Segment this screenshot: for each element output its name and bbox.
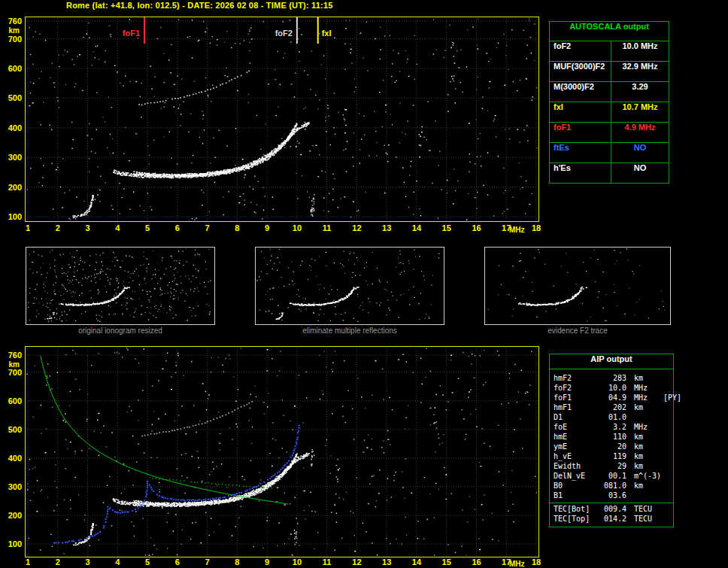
aip-label: TEC[Top] bbox=[554, 515, 600, 524]
svg-text:760: 760 bbox=[8, 351, 22, 360]
thumbnail-filtered bbox=[255, 247, 444, 325]
aip-extra bbox=[662, 491, 669, 501]
svg-text:700: 700 bbox=[8, 368, 22, 377]
aip-unit: km bbox=[629, 433, 662, 442]
aip-extra bbox=[662, 472, 669, 481]
aip-unit: km bbox=[629, 403, 662, 413]
aip-val: 20 bbox=[600, 442, 629, 452]
svg-text:700: 700 bbox=[8, 35, 22, 44]
aip-val: 04.9 bbox=[600, 393, 629, 403]
svg-text:3: 3 bbox=[85, 557, 89, 566]
svg-text:9: 9 bbox=[265, 557, 269, 566]
aip-val: 10.0 bbox=[600, 384, 629, 393]
svg-text:400: 400 bbox=[8, 454, 22, 463]
aip-row-foF2: foF210.0MHz bbox=[550, 384, 673, 393]
svg-text:7: 7 bbox=[205, 557, 210, 566]
svg-text:200: 200 bbox=[8, 511, 22, 520]
aip-label: Ewidth bbox=[554, 462, 600, 472]
aip-val: 03.6 bbox=[600, 491, 629, 501]
aip-row-foF1: foF104.9MHz[PY] bbox=[550, 393, 673, 403]
svg-text:11: 11 bbox=[323, 223, 332, 232]
svg-text:6: 6 bbox=[175, 223, 180, 232]
autoscala-row-label: M(3000)F2 bbox=[550, 82, 611, 102]
aip-unit: km bbox=[629, 452, 662, 462]
aip-val: 00.1 bbox=[600, 472, 629, 481]
aip-extra bbox=[662, 462, 669, 472]
aip-val: 014.2 bbox=[600, 515, 629, 524]
aip-row-Ewidth: Ewidth29km bbox=[550, 462, 673, 472]
aip-extra bbox=[662, 374, 669, 384]
svg-text:500: 500 bbox=[8, 425, 22, 434]
svg-text:3: 3 bbox=[85, 223, 89, 232]
aip-label: B0 bbox=[554, 481, 600, 491]
aip-extra bbox=[662, 452, 669, 462]
aip-row-B1: B103.6 bbox=[550, 491, 673, 501]
autoscala-row-value: NO bbox=[611, 163, 669, 183]
aip-row-h_vE: h_vE119km bbox=[550, 452, 673, 462]
aip-row-foE: foE3.2MHz bbox=[550, 423, 673, 433]
svg-text:600: 600 bbox=[8, 396, 22, 405]
svg-text:100: 100 bbox=[8, 539, 22, 548]
aip-row-hmF1: hmF1202km bbox=[550, 403, 673, 413]
svg-text:1: 1 bbox=[26, 557, 30, 566]
svg-text:5: 5 bbox=[145, 223, 150, 232]
aip-label: hmE bbox=[554, 433, 600, 442]
ionogram-chart-top: foF1foF2fxI12345678910111213141516171876… bbox=[0, 14, 549, 238]
autoscala-row-h'Es: h'EsNO bbox=[550, 163, 669, 183]
aip-extra bbox=[662, 433, 669, 442]
aip-extra bbox=[662, 442, 669, 452]
aip-label: hmF2 bbox=[554, 374, 600, 384]
aip-extra bbox=[662, 403, 669, 413]
aip-val: 009.4 bbox=[600, 505, 629, 515]
marker-foF1-label: foF1 bbox=[123, 29, 140, 38]
aip-label: ymE bbox=[554, 442, 600, 452]
aip-row-ymE: ymE20km bbox=[550, 442, 673, 452]
aip-extra bbox=[662, 423, 669, 433]
aip-extra bbox=[662, 481, 669, 491]
aip-val: 29 bbox=[600, 462, 629, 472]
aip-row-D1: D101.0 bbox=[550, 413, 673, 423]
autoscala-row-ftEs: ftEsNO bbox=[550, 142, 669, 163]
aip-table-tec: TEC[Bot]009.4TECUTEC[Top]014.2TECU bbox=[550, 503, 673, 527]
autoscala-row-value: 10.7 MHz bbox=[611, 102, 669, 122]
aip-extra: [PY] bbox=[662, 393, 681, 403]
aip-val: 01.0 bbox=[600, 413, 629, 423]
svg-text:MHz: MHz bbox=[509, 226, 525, 234]
aip-unit: MHz bbox=[629, 423, 662, 433]
aip-row-TEC[Top]: TEC[Top]014.2TECU bbox=[550, 515, 673, 524]
aip-unit: TECU bbox=[629, 515, 662, 524]
thumbnail-caption-2: eliminate multiple reflections bbox=[255, 327, 444, 335]
svg-text:13: 13 bbox=[382, 223, 391, 232]
svg-text:600: 600 bbox=[8, 64, 22, 73]
autoscala-row-MUF(3000)F2: MUF(3000)F232.9 MHz bbox=[550, 61, 669, 81]
svg-text:2: 2 bbox=[56, 557, 60, 566]
thumbnail-f2-trace bbox=[484, 247, 671, 325]
svg-text:200: 200 bbox=[8, 183, 22, 192]
autoscala-row-label: foF2 bbox=[550, 41, 611, 61]
svg-text:5: 5 bbox=[145, 557, 150, 566]
svg-text:2: 2 bbox=[56, 223, 60, 232]
aip-val: 202 bbox=[600, 403, 629, 413]
aip-val: 283 bbox=[600, 374, 629, 384]
svg-text:100: 100 bbox=[8, 212, 22, 221]
autoscala-row-label: h'Es bbox=[550, 163, 611, 183]
svg-text:14: 14 bbox=[412, 223, 422, 232]
svg-text:18: 18 bbox=[532, 557, 541, 566]
autoscala-row-value: 3.29 bbox=[611, 82, 669, 102]
svg-text:16: 16 bbox=[472, 557, 481, 566]
aip-extra bbox=[662, 515, 669, 524]
svg-text:MHz: MHz bbox=[509, 560, 525, 568]
aip-unit: km bbox=[629, 374, 662, 384]
svg-text:1: 1 bbox=[26, 223, 30, 232]
svg-text:16: 16 bbox=[472, 223, 481, 232]
aip-table-header: AIP output bbox=[550, 354, 673, 369]
svg-text:6: 6 bbox=[175, 557, 180, 566]
svg-text:km: km bbox=[9, 26, 20, 35]
marker-foF2-label: foF2 bbox=[275, 29, 293, 38]
svg-text:10: 10 bbox=[293, 223, 302, 232]
aip-val: 110 bbox=[600, 433, 629, 442]
aip-extra bbox=[662, 413, 669, 423]
aip-extra bbox=[662, 505, 669, 515]
autoscala-table: AUTOSCALA output foF210.0 MHzMUF(3000)F2… bbox=[549, 21, 669, 184]
aip-label: B1 bbox=[554, 491, 600, 501]
